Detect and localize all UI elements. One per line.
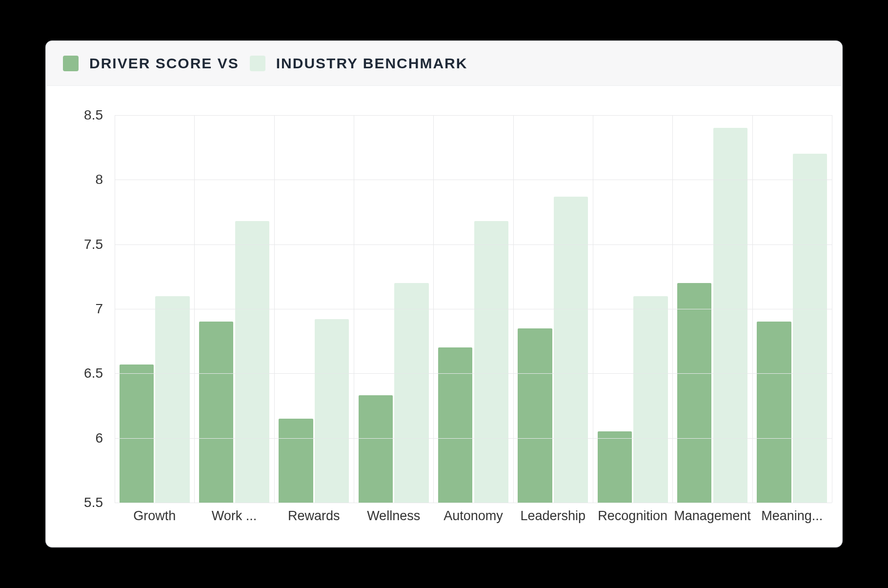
gridline (115, 309, 832, 309)
x-tick-label: Meaning... (752, 503, 832, 532)
y-tick-label: 8 (95, 172, 103, 187)
gridline-vertical (832, 115, 832, 503)
legend-label-driver: DRIVER SCORE VS (89, 55, 239, 72)
gridline (115, 180, 832, 180)
gridline-vertical (274, 115, 275, 503)
bar-benchmark (793, 154, 827, 503)
bar-benchmark (474, 221, 508, 503)
gridline-vertical (194, 115, 195, 503)
bar-driver (120, 365, 154, 503)
y-tick-label: 6 (95, 430, 103, 446)
gridline (115, 244, 832, 245)
bar-benchmark (235, 221, 269, 503)
chart-area: 5.566.577.588.5 GrowthWork ...RewardsWel… (46, 86, 842, 547)
bar-driver (438, 347, 472, 503)
gridline-vertical (593, 115, 593, 503)
y-tick-label: 7 (95, 301, 103, 317)
y-axis-labels: 5.566.577.588.5 (56, 115, 110, 503)
bar-driver (598, 431, 632, 503)
legend-bar: DRIVER SCORE VS INDUSTRY BENCHMARK (46, 41, 842, 86)
x-tick-label: Wellness (354, 503, 433, 532)
bar-driver (757, 322, 791, 503)
bar-benchmark (394, 283, 428, 503)
x-tick-label: Work ... (194, 503, 274, 532)
bar-benchmark (633, 296, 667, 503)
bar-driver (677, 283, 711, 503)
legend-swatch-benchmark (250, 56, 265, 71)
chart-card: DRIVER SCORE VS INDUSTRY BENCHMARK 5.566… (45, 41, 843, 547)
bar-benchmark (554, 197, 588, 503)
plot-grid (115, 115, 832, 503)
gridline-vertical (752, 115, 753, 503)
x-tick-label: Growth (115, 503, 194, 532)
gridline-vertical (354, 115, 354, 503)
gridline-vertical (433, 115, 434, 503)
legend-swatch-driver (63, 56, 79, 71)
bar-benchmark (713, 128, 747, 503)
x-tick-label: Autonomy (433, 503, 513, 532)
bar-driver (518, 328, 552, 503)
x-tick-label: Leadership (513, 503, 593, 532)
gridline-vertical (513, 115, 514, 503)
y-tick-label: 5.5 (84, 495, 103, 510)
bar-driver (359, 395, 393, 503)
gridline (115, 373, 832, 374)
gridline-vertical (115, 115, 115, 503)
legend-label-benchmark: INDUSTRY BENCHMARK (276, 55, 468, 72)
gridline (115, 115, 832, 116)
y-tick-label: 7.5 (84, 237, 103, 252)
bar-driver (199, 322, 233, 503)
bar-benchmark (315, 319, 349, 503)
x-axis-labels: GrowthWork ...RewardsWellnessAutonomyLea… (115, 503, 832, 532)
bar-benchmark (155, 296, 189, 503)
gridline-vertical (672, 115, 673, 503)
x-tick-label: Rewards (274, 503, 354, 532)
bar-driver (279, 419, 313, 503)
y-tick-label: 8.5 (84, 107, 103, 123)
y-tick-label: 6.5 (84, 365, 103, 381)
x-tick-label: Recognition (593, 503, 672, 532)
x-tick-label: Management (672, 503, 752, 532)
gridline (115, 438, 832, 439)
